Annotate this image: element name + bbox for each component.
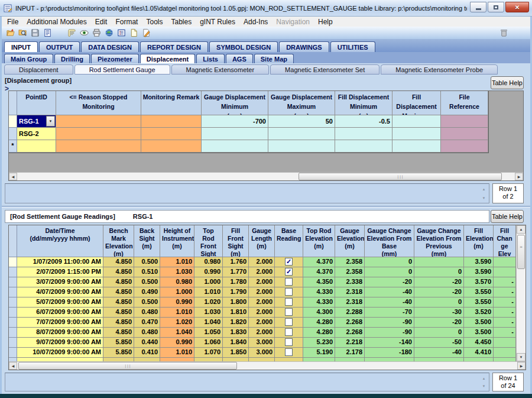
cell-gauge-change-elevation-from-previous-mm[interactable]: -20 [414, 277, 464, 287]
cell-top-rod-front-sight-m[interactable]: 1.030 [194, 308, 223, 318]
cell-fill-change-elev[interactable]: - [494, 277, 516, 287]
base-reading-checkbox[interactable] [285, 338, 293, 346]
base-reading-checkbox[interactable] [285, 348, 293, 356]
base-reading-checkbox[interactable] [285, 308, 293, 316]
menu-tools[interactable]: Tools [142, 17, 167, 27]
cell-top-rod-elevation-m[interactable]: 4.280 [303, 328, 335, 338]
cell-fill-change-elev[interactable] [494, 267, 516, 277]
cell-date-time[interactable]: 8/07/2009 9:00:00 AM [17, 328, 103, 338]
cell-gauge-elevation-m[interactable]: 2.358 [335, 267, 365, 277]
cell-point-id[interactable]: RSG-1▼ [17, 115, 56, 128]
cell-base-reading[interactable] [275, 318, 303, 328]
cell-base-reading[interactable] [275, 297, 303, 308]
cell-date-time[interactable]: 9/07/2009 9:00:00 AM [17, 338, 103, 348]
base-reading-checkbox[interactable] [285, 298, 293, 306]
cell-bench-mark-elevation-m[interactable]: 5.850 [103, 338, 134, 348]
row-selector[interactable] [9, 328, 17, 338]
cell-gauge-change-elevation-from-previous-mm[interactable]: 0 [414, 267, 464, 277]
cell-back-sight-m[interactable]: 0.510 [134, 267, 160, 277]
cell-gauge-change-elevation-from-base-mm[interactable]: 0 [365, 257, 414, 267]
row-selector[interactable] [9, 267, 17, 277]
cell-point-id[interactable] [17, 140, 56, 153]
cell-file-reference[interactable] [441, 115, 488, 128]
spin-down-icon[interactable]: ▼ [480, 382, 488, 390]
base-reading-checkbox[interactable] [285, 328, 293, 336]
cell-fill-front-sight-m[interactable]: 1.770 [223, 267, 249, 277]
cell-height-of-instrument-m[interactable]: 0.990 [160, 297, 194, 308]
cell-gauge-change-elevation-from-base-mm[interactable]: -20 [365, 277, 414, 287]
cell-base-reading[interactable] [275, 277, 303, 287]
row-selector[interactable] [9, 257, 17, 267]
row-selector[interactable] [9, 287, 17, 297]
cell-gauge-change-elevation-from-base-mm[interactable]: -90 [365, 328, 414, 338]
cell-gauge-change-elevation-from-base-mm[interactable]: -70 [365, 308, 414, 318]
cell-fill-displacement-minimum-m[interactable] [335, 128, 392, 140]
properties-icon[interactable] [115, 27, 128, 38]
displacement-remark-box[interactable]: ▲ ▼ [5, 183, 489, 203]
cell-fill-elevation-m[interactable]: 3.500 [464, 328, 494, 338]
cell-gauge-elevation-m[interactable]: 2.318 [335, 287, 365, 297]
cell-fill-displacement-maximum-m[interactable] [392, 140, 441, 153]
cell-fill-displacement-minimum-m[interactable] [335, 140, 392, 153]
cell-fill-elevation-m[interactable]: 3.500 [464, 318, 494, 328]
cell-top-rod-elevation-m[interactable]: 5.190 [303, 348, 335, 358]
cell-top-rod-front-sight-m[interactable]: 0.990 [194, 267, 223, 277]
cell-gauge-change-elevation-from-previous-mm[interactable]: -30 [414, 308, 464, 318]
cell-date-time[interactable]: 7/07/2009 9:00:00 AM [17, 318, 103, 328]
cell-gauge-elevation-m[interactable]: 2.178 [335, 348, 365, 358]
cell-fill-elevation-m[interactable]: 3.590 [464, 257, 494, 267]
cell-height-of-instrument-m[interactable]: 0.980 [160, 277, 194, 287]
cell-fill-displacement-maximum-m[interactable] [392, 128, 441, 140]
cell-gauge-change-elevation-from-base-mm[interactable]: 0 [365, 267, 414, 277]
maximize-button[interactable] [488, 2, 504, 12]
row-selector[interactable]: * [9, 140, 17, 153]
menu-additional-modules[interactable]: Additional Modules [22, 17, 90, 27]
cell-back-sight-m[interactable]: 0.490 [134, 287, 160, 297]
tab-data-design[interactable]: DATA DESIGN [81, 41, 139, 52]
cell-gauge-length-m[interactable]: 2.000 [249, 318, 275, 328]
tab-rod-settlement-gauge[interactable]: Rod Settlement Gauge [74, 64, 170, 75]
cell-gauge-change-elevation-from-previous-mm[interactable]: 0 [414, 328, 464, 338]
row-selector[interactable] [9, 338, 17, 348]
cell-date-time[interactable]: 4/07/2009 9:00:00 AM [17, 287, 103, 297]
menu-help[interactable]: Help [314, 17, 337, 27]
cell-fill-displacement-minimum-m[interactable]: -0.5 [335, 115, 392, 128]
cell-gauge-change-elevation-from-base-mm[interactable]: -40 [365, 287, 414, 297]
scroll-right-icon[interactable]: ▶ [515, 173, 523, 180]
cell-fill-elevation-m[interactable]: 3.520 [464, 308, 494, 318]
minimize-button[interactable] [470, 2, 486, 12]
cell-date-time[interactable]: 5/07/2009 9:00:00 AM [17, 297, 103, 308]
cell-height-of-instrument-m[interactable]: 1.030 [160, 267, 194, 277]
cell-file-reference[interactable] [441, 128, 488, 140]
cell-top-rod-elevation-m[interactable]: 5.230 [303, 338, 335, 348]
cell-back-sight-m[interactable]: 0.440 [134, 338, 160, 348]
menu-tables[interactable]: Tables [167, 17, 196, 27]
cell-date-time[interactable]: 2/07/2009 1:15:00 PM [17, 267, 103, 277]
cell-gauge-change-elevation-from-previous-mm[interactable] [414, 257, 464, 267]
cell-base-reading[interactable] [275, 287, 303, 297]
cell-back-sight-m[interactable]: 0.480 [134, 328, 160, 338]
cell-top-rod-elevation-m[interactable]: 4.330 [303, 287, 335, 297]
tab-displacement[interactable]: Displacement [4, 64, 73, 75]
save-icon[interactable] [29, 27, 41, 38]
cell-gauge-change-elevation-from-base-mm[interactable]: -180 [365, 348, 414, 358]
row-selector[interactable] [9, 115, 17, 128]
cell-gauge-elevation-m[interactable]: 2.268 [335, 328, 365, 338]
cell-gauge-length-m[interactable]: 2.000 [249, 257, 275, 267]
cell-bench-mark-elevation-m[interactable]: 5.850 [103, 348, 134, 358]
cell-base-reading[interactable] [275, 338, 303, 348]
cell-monitoring-remark[interactable] [141, 140, 202, 153]
cell-top-rod-elevation-m[interactable]: 4.300 [303, 308, 335, 318]
cell-gauge-length-m[interactable]: 3.000 [249, 348, 275, 358]
cell-back-sight-m[interactable]: 0.500 [134, 297, 160, 308]
scrollbar-thumb[interactable] [18, 362, 237, 370]
edit-document-icon[interactable] [140, 27, 153, 38]
spin-up-icon[interactable]: ▲ [480, 185, 488, 193]
cell-bench-mark-elevation-m[interactable]: 4.850 [103, 257, 134, 267]
table-help-button-top[interactable]: Table Help [491, 76, 524, 89]
cell-point-id[interactable]: RSG-2 [17, 128, 56, 140]
cell-bench-mark-elevation-m[interactable]: 4.850 [103, 287, 134, 297]
print-icon[interactable] [90, 27, 103, 38]
cell-gauge-change-elevation-from-base-mm[interactable]: -90 [365, 318, 414, 328]
cell-gauge-elevation-m[interactable]: 2.338 [335, 277, 365, 287]
